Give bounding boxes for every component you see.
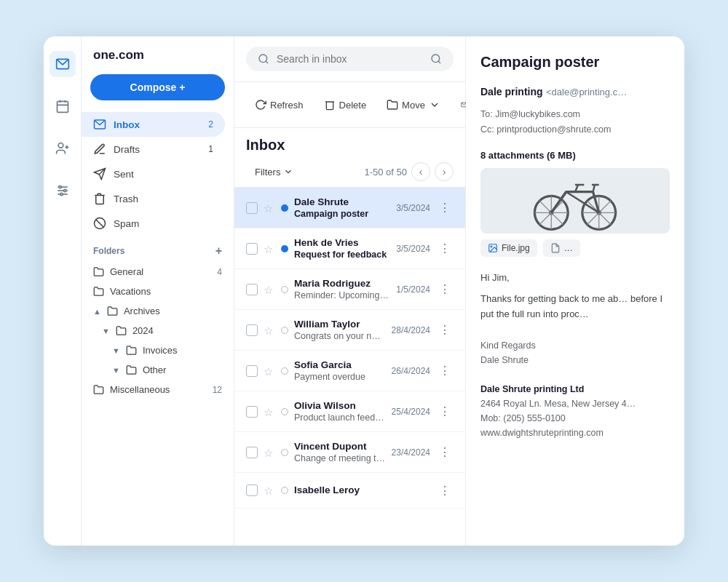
folder-miscellaneous-label: Miscellaneous <box>110 384 170 395</box>
read-indicator <box>281 286 288 293</box>
email-date: 28/4/2024 <box>392 325 430 335</box>
email-row[interactable]: ☆ Vincent Dupont Change of meeting time … <box>234 432 465 473</box>
folder-general[interactable]: General 4 <box>82 262 234 282</box>
signature-address: 2464 Royal Ln. Mesa, New Jersey 4… <box>480 396 670 411</box>
email-checkbox[interactable] <box>246 447 258 458</box>
email-checkbox[interactable] <box>246 243 258 255</box>
svg-point-17 <box>259 55 267 63</box>
email-row[interactable]: ☆ Olivia Wilson Product launch feedback … <box>234 391 465 432</box>
email-checkbox[interactable] <box>246 202 258 214</box>
email-row[interactable]: ☆ William Taylor Congrats on your new ro… <box>234 310 465 351</box>
drafts-label: Drafts <box>114 144 140 155</box>
bike-image <box>480 168 670 234</box>
star-icon[interactable]: ☆ <box>264 284 275 295</box>
email-sender: Dale Shrute <box>294 196 390 207</box>
email-more-icon[interactable]: ⋮ <box>436 281 454 298</box>
sender-block: Dale printing <dale@printing.c… <box>480 85 670 98</box>
email-checkbox[interactable] <box>246 406 258 418</box>
attachment-file-extra[interactable]: … <box>543 239 580 257</box>
email-content: Sofia Garcia Payment overdue <box>294 359 386 382</box>
email-more-icon[interactable]: ⋮ <box>436 482 454 499</box>
email-row[interactable]: ☆ Sofia Garcia Payment overdue 26/4/2024… <box>234 351 465 391</box>
folder-other-label: Other <box>143 364 167 375</box>
move-button[interactable]: Move <box>378 95 449 115</box>
next-page-button[interactable]: › <box>435 162 454 181</box>
sender-email: <dale@printing.c… <box>546 87 627 97</box>
svg-rect-1 <box>57 101 68 112</box>
email-checkbox[interactable] <box>246 485 258 496</box>
move-icon <box>387 99 398 111</box>
sidebar-item-trash[interactable]: Trash <box>82 186 225 211</box>
email-checkbox[interactable] <box>246 284 258 295</box>
email-more-icon[interactable]: ⋮ <box>436 362 454 380</box>
calendar-nav-icon[interactable] <box>50 93 76 119</box>
read-indicator <box>281 449 288 456</box>
folder-vacations[interactable]: Vacations <box>82 282 234 301</box>
inbox-title: Inbox <box>234 128 465 158</box>
body-greeting: Hi Jim, <box>480 270 670 285</box>
email-row[interactable]: ☆ Isabelle Leroy ⋮ <box>234 473 465 509</box>
search-submit-icon[interactable] <box>430 53 442 65</box>
attachment-file-jpg[interactable]: File.jpg <box>480 239 537 257</box>
star-icon[interactable]: ☆ <box>264 485 275 496</box>
email-count: 1-50 of 50 ‹ › <box>364 162 454 181</box>
email-checkbox[interactable] <box>246 365 258 377</box>
move-dropdown-icon <box>429 99 440 111</box>
email-subject: Payment overdue <box>294 372 386 382</box>
trash-label: Trash <box>114 194 138 204</box>
prev-page-button[interactable]: ‹ <box>411 162 430 181</box>
email-subject: Congrats on your new role <box>294 331 386 341</box>
svg-point-19 <box>432 55 440 63</box>
folder-miscellaneous[interactable]: Miscellaneous 12 <box>82 380 234 399</box>
email-date: 23/4/2024 <box>392 447 430 458</box>
sidebar-item-drafts[interactable]: Drafts 1 <box>82 137 225 162</box>
signature-web: www.dwightshruteprinting.com <box>480 426 670 440</box>
add-folder-icon[interactable]: + <box>215 244 222 258</box>
email-more-icon[interactable]: ⋮ <box>436 240 454 258</box>
delete-button[interactable]: Delete <box>315 95 376 115</box>
email-more-icon[interactable]: ⋮ <box>436 403 454 420</box>
folder-archives[interactable]: ▲ Archives <box>82 301 234 321</box>
image-file-icon <box>488 243 498 253</box>
star-icon[interactable]: ☆ <box>264 202 275 214</box>
folder-invoices[interactable]: ▼ Invoices <box>82 340 234 360</box>
regards-name: Dale Shrute <box>480 353 670 367</box>
email-content: Isabelle Leroy <box>294 485 430 497</box>
email-more-icon[interactable]: ⋮ <box>436 444 454 461</box>
read-indicator <box>281 408 288 415</box>
attachment-thumbnail[interactable] <box>480 168 670 234</box>
toolbar: Refresh Delete Move Mark as unread Block… <box>234 82 465 128</box>
compose-button[interactable]: Compose + <box>90 74 225 100</box>
mail-nav-icon[interactable] <box>50 51 76 77</box>
email-row[interactable]: ☆ Dale Shrute Campaign poster 3/5/2024 ⋮ <box>234 188 465 228</box>
svg-point-43 <box>491 246 492 247</box>
folder-2024[interactable]: ▼ 2024 <box>82 321 234 340</box>
folder-archives-label: Archives <box>124 306 160 316</box>
star-icon[interactable]: ☆ <box>264 406 275 418</box>
star-icon[interactable]: ☆ <box>264 324 275 336</box>
folder-other[interactable]: ▼ Other <box>82 360 234 380</box>
svg-line-18 <box>266 61 268 63</box>
svg-point-5 <box>58 143 63 148</box>
star-icon[interactable]: ☆ <box>264 365 275 377</box>
recipients: To: Jim@luckybikes.com Cc: printproducti… <box>480 107 670 138</box>
star-icon[interactable]: ☆ <box>264 447 275 458</box>
email-more-icon[interactable]: ⋮ <box>436 199 454 217</box>
refresh-button[interactable]: Refresh <box>246 95 312 115</box>
settings-nav-icon[interactable] <box>50 178 76 204</box>
email-row[interactable]: ☆ Maria Rodriguez Reminder: Upcoming dea… <box>234 269 465 310</box>
email-row[interactable]: ☆ Henk de Vries Request for feedback 3/5… <box>234 228 465 269</box>
unread-indicator <box>281 204 288 212</box>
drafts-badge: 1 <box>208 144 213 154</box>
sidebar-item-inbox[interactable]: Inbox 2 <box>82 112 225 137</box>
sidebar-item-spam[interactable]: Spam <box>82 211 225 236</box>
email-checkbox[interactable] <box>246 324 258 336</box>
email-subject: Reminder: Upcoming deadline <box>294 290 390 300</box>
email-date: 26/4/2024 <box>392 366 430 376</box>
filters-button[interactable]: Filters <box>255 167 293 178</box>
search-input[interactable] <box>277 53 423 65</box>
email-more-icon[interactable]: ⋮ <box>436 322 454 339</box>
contacts-nav-icon[interactable] <box>50 135 76 162</box>
star-icon[interactable]: ☆ <box>264 243 275 255</box>
sidebar-item-sent[interactable]: Sent <box>82 162 225 186</box>
